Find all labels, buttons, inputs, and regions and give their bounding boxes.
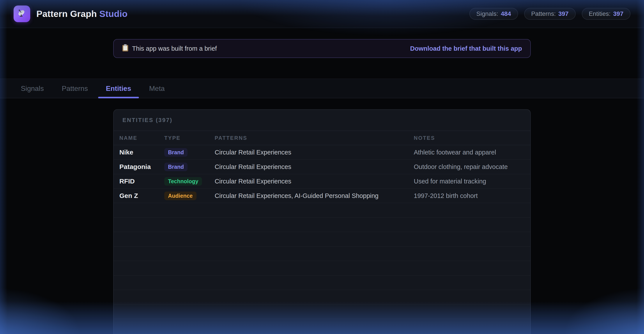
signals-count-badge: Signals: 484 (470, 8, 518, 20)
empty-cell (408, 275, 530, 290)
stat-value: 397 (558, 10, 569, 17)
empty-cell (114, 203, 158, 218)
stat-label: Signals: (476, 10, 498, 17)
empty-cell (158, 261, 209, 275)
app-logo (14, 6, 30, 22)
column-header-notes: NOTES (408, 131, 530, 145)
empty-cell (408, 319, 530, 333)
entity-notes: Athletic footwear and apparel (408, 145, 530, 159)
entity-name: Gen Z (114, 189, 158, 203)
entity-type-cell: Brand (158, 145, 209, 159)
empty-cell (408, 290, 530, 304)
empty-cell (408, 218, 530, 232)
entity-type-badge: Brand (164, 148, 188, 157)
entity-type-badge: Brand (164, 162, 188, 171)
column-header-name: NAME (114, 131, 158, 145)
empty-cell (158, 203, 209, 218)
stat-value: 397 (613, 10, 624, 17)
entity-name: Patagonia (114, 159, 158, 174)
entity-name: RFID (114, 174, 158, 189)
app-header: Pattern Graph Studio Signals: 484 Patter… (0, 0, 644, 28)
empty-table-row (114, 203, 530, 218)
tab-bar: Signals Patterns Entities Meta (0, 79, 644, 98)
clipboard-icon (122, 44, 128, 53)
empty-cell (158, 319, 209, 333)
entity-type-cell: Audience (158, 189, 209, 203)
empty-table-row (114, 290, 530, 304)
empty-cell (158, 218, 209, 232)
tab-meta[interactable]: Meta (142, 79, 172, 98)
empty-table-row (114, 261, 530, 275)
empty-cell (408, 304, 530, 319)
empty-cell (408, 246, 530, 261)
stat-value: 484 (501, 10, 511, 17)
empty-cell (209, 275, 408, 290)
empty-cell (209, 261, 408, 275)
entity-patterns: Circular Retail Experiences (209, 159, 408, 174)
page-title: Pattern Graph Studio (36, 9, 128, 19)
entity-name: Nike (114, 145, 158, 159)
empty-cell (158, 275, 209, 290)
entity-type-cell: Technology (158, 174, 209, 189)
table-row: Nike Brand Circular Retail Experiences A… (114, 145, 530, 159)
entity-type-badge: Technology (164, 177, 202, 186)
entities-card-title: ENTITIES (397) (114, 110, 530, 131)
table-row: Patagonia Brand Circular Retail Experien… (114, 159, 530, 174)
empty-cell (114, 319, 158, 333)
empty-table-row (114, 232, 530, 246)
patterns-count-badge: Patterns: 397 (524, 8, 576, 20)
empty-cell (158, 290, 209, 304)
entity-type-cell: Brand (158, 159, 209, 174)
entity-patterns: Circular Retail Experiences, AI-Guided P… (209, 189, 408, 203)
empty-cell (114, 290, 158, 304)
empty-cell (209, 304, 408, 319)
brief-message-group: This app was built from a brief (122, 44, 217, 53)
empty-table-row (114, 246, 530, 261)
column-header-type: TYPE (158, 131, 209, 145)
satellite-dish-icon (17, 9, 27, 19)
brief-banner: This app was built from a brief Download… (113, 39, 531, 58)
empty-cell (209, 290, 408, 304)
app-title-primary: Pattern Graph (36, 9, 97, 19)
empty-cell (209, 203, 408, 218)
empty-cell (114, 232, 158, 246)
empty-cell (408, 203, 530, 218)
stat-label: Entities: (589, 10, 611, 17)
main-content: ENTITIES (397) NAME TYPE PATTERNS NOTES … (113, 109, 531, 334)
empty-cell (158, 232, 209, 246)
empty-table-row (114, 218, 530, 232)
entity-notes: 1997-2012 birth cohort (408, 189, 530, 203)
empty-cell (114, 218, 158, 232)
empty-cell (114, 261, 158, 275)
empty-table-row (114, 304, 530, 319)
header-stats: Signals: 484 Patterns: 397 Entities: 397 (470, 8, 630, 20)
entity-notes: Outdoor clothing, repair advocate (408, 159, 530, 174)
empty-cell (114, 246, 158, 261)
download-brief-link[interactable]: Download the brief that built this app (410, 45, 522, 52)
table-row: RFID Technology Circular Retail Experien… (114, 174, 530, 189)
app-title-accent: Studio (100, 9, 128, 19)
empty-table-row (114, 319, 530, 333)
tab-patterns[interactable]: Patterns (54, 79, 96, 98)
entities-table-body: Nike Brand Circular Retail Experiences A… (114, 145, 530, 334)
table-header-row: NAME TYPE PATTERNS NOTES (114, 131, 530, 145)
brief-banner-message: This app was built from a brief (132, 45, 217, 52)
entities-count-badge: Entities: 397 (582, 8, 630, 20)
empty-cell (114, 304, 158, 319)
stat-label: Patterns: (531, 10, 556, 17)
entity-patterns: Circular Retail Experiences (209, 145, 408, 159)
entities-card: ENTITIES (397) NAME TYPE PATTERNS NOTES … (113, 109, 531, 334)
entities-table: NAME TYPE PATTERNS NOTES Nike Brand Circ… (114, 131, 530, 334)
tab-signals[interactable]: Signals (13, 79, 52, 98)
empty-cell (408, 261, 530, 275)
entity-patterns: Circular Retail Experiences (209, 174, 408, 189)
column-header-patterns: PATTERNS (209, 131, 408, 145)
empty-cell (209, 218, 408, 232)
empty-cell (408, 232, 530, 246)
tab-entities[interactable]: Entities (98, 79, 139, 98)
empty-cell (209, 232, 408, 246)
entity-type-badge: Audience (164, 192, 196, 200)
empty-cell (209, 246, 408, 261)
empty-cell (114, 275, 158, 290)
empty-cell (158, 304, 209, 319)
